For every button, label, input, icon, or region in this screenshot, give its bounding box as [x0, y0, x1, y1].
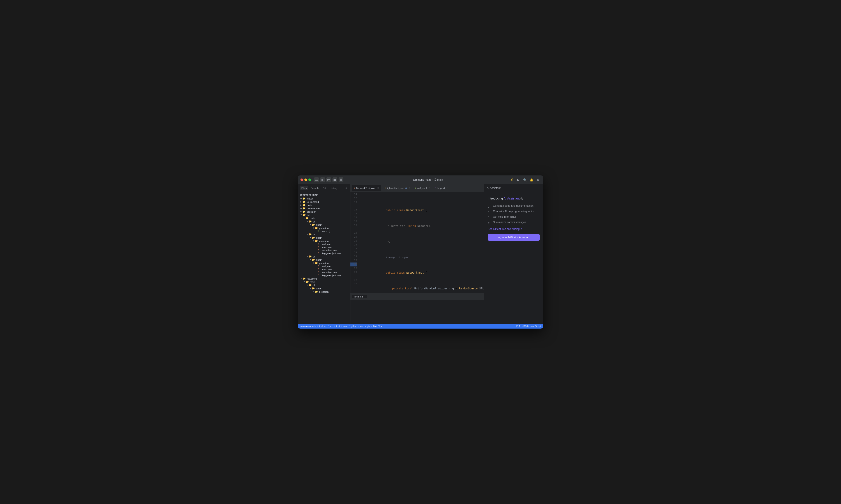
svg-rect-1	[315, 180, 318, 180]
tab-close-button[interactable]: ×	[446, 186, 449, 190]
tree-item-main[interactable]: 📂 main	[298, 217, 350, 220]
run-icon[interactable]: ▶	[516, 177, 521, 182]
line-num: 19	[350, 231, 357, 235]
tree-item-taggerobject-java1[interactable]: J taggerobject.java	[298, 252, 350, 255]
grid-icon[interactable]	[332, 177, 337, 182]
code-area[interactable]: 14 12 13 14 15 16 17 18 19 20	[350, 192, 484, 293]
tab-close-button[interactable]: ×	[428, 186, 431, 190]
maximize-button[interactable]	[308, 179, 311, 181]
tree-item-jsitter[interactable]: 📁 jsitter	[298, 197, 350, 200]
tree-item-map-java2[interactable]: J map.java	[298, 268, 350, 271]
terminal-tab-close[interactable]: ×	[364, 295, 365, 298]
settings-icon[interactable]: ⚙	[536, 177, 540, 182]
statusbar-path-maintest[interactable]: MainTest	[373, 325, 382, 327]
tree-label: noria	[307, 204, 350, 206]
tree-item-pressian2[interactable]: 📂 pressian	[298, 239, 350, 242]
tree-item-onair3[interactable]: 📂 onair	[298, 258, 350, 262]
folder-icon: 📁	[315, 290, 319, 293]
tree-item-pressian3[interactable]: 📂 pressian	[298, 262, 350, 265]
statusbar: commons-math / toolbox / src / test / co…	[298, 324, 543, 328]
tree-item-main2[interactable]: 📂 main	[298, 280, 350, 284]
tree-item-coll-java1[interactable]: J coll.java	[298, 242, 350, 246]
statusbar-position[interactable]: 18:1	[516, 325, 520, 327]
tree-item-serializer-java1[interactable]: J serializer.java	[298, 249, 350, 252]
tree-item-clj2[interactable]: 📂 clj	[298, 233, 350, 236]
tree-item-taggerobject-java2[interactable]: J taggerobject.java	[298, 274, 350, 277]
tree-item-src[interactable]: 📂 src	[298, 213, 350, 217]
tree-item-pressian[interactable]: 📁 pressian	[298, 210, 350, 213]
java-icon: J	[318, 265, 322, 268]
tree-item-map-java1[interactable]: J map.java	[298, 246, 350, 249]
user-icon[interactable]	[339, 177, 343, 182]
statusbar-path-alexaegis[interactable]: alexaegis	[360, 325, 370, 327]
terminal-add-button[interactable]: +	[368, 295, 372, 299]
svg-point-11	[340, 179, 342, 180]
ai-feature-list: {} Generate code and documentation ≡ Cha…	[488, 204, 539, 224]
svg-rect-4	[323, 179, 324, 181]
statusbar-filetype[interactable]: JavaScript	[530, 325, 541, 327]
tree-item-preferences[interactable]: 📁 preferences	[298, 207, 350, 210]
tree-item-onair4[interactable]: 📂 onair	[298, 287, 350, 290]
terminal-tab[interactable]: Terminal ×	[352, 295, 367, 299]
file-tree: 📁 jsitter 📁 leFrontend 📁 noria	[298, 196, 350, 324]
tree-item-coll-java2[interactable]: J coll.java	[298, 265, 350, 268]
tree-item-noria[interactable]: 📁 noria	[298, 203, 350, 207]
tab-history[interactable]: History	[328, 186, 339, 190]
lightning-icon[interactable]: ⚡	[510, 177, 514, 182]
statusbar-path-commons-math[interactable]: commons-math	[300, 325, 316, 327]
see-all-features-link[interactable]: See all features and pricing ↗	[488, 228, 539, 231]
tab-close-button[interactable]: ×	[377, 186, 380, 190]
tab-asf-yaml[interactable]: Y asf.yaml ×	[413, 185, 433, 191]
tab-Impl-kt[interactable]: K Impl.kt ×	[433, 185, 451, 191]
tab-label: light-edited.json	[387, 187, 405, 190]
branch-indicator[interactable]: main	[434, 178, 443, 181]
tree-label: clj	[313, 284, 350, 287]
tab-close-button[interactable]: ×	[408, 186, 411, 190]
tab-NetworkTest-java[interactable]: J NetworkTest.java ×	[352, 185, 381, 191]
folder-arrow	[306, 220, 309, 222]
statusbar-path-test[interactable]: test	[336, 325, 340, 327]
terminal-body[interactable]	[350, 300, 484, 324]
tree-item-leFrontend[interactable]: 📁 leFrontend	[298, 200, 350, 203]
tree-item-core-clj[interactable]: λ core.clj	[298, 230, 350, 233]
tab-search[interactable]: Search	[309, 186, 320, 190]
folder-arrow	[309, 259, 312, 261]
line-num: 31	[350, 282, 357, 286]
tree-item-fsd-client[interactable]: 📂 fsd.client	[298, 277, 350, 280]
code-content: 14 12 13 14 15 16 17 18 19 20	[350, 192, 484, 293]
add-tab-button[interactable]: +	[344, 186, 348, 190]
code-line: public class NetworkTest { 3 ⋯	[360, 204, 484, 208]
tree-item-onair2[interactable]: 📂 onair	[298, 236, 350, 239]
code-editor: 14 12 13 14 15 16 17 18 19 20	[350, 192, 484, 324]
tree-item-serializer-java2[interactable]: J serializer.java	[298, 271, 350, 274]
close-button[interactable]	[301, 179, 303, 181]
editor-area: J NetworkTest.java × { } light-edited.js…	[350, 184, 484, 324]
tree-item-pressian1[interactable]: 📂 pressian	[298, 227, 350, 230]
statusbar-path-com[interactable]: com	[343, 325, 347, 327]
search-icon[interactable]: 🔍	[522, 177, 527, 182]
split-v-icon[interactable]	[326, 177, 331, 182]
tree-item-pressian4[interactable]: 📁 pressian	[298, 290, 350, 293]
java-icon: J	[318, 274, 322, 277]
login-button[interactable]: Log in to JetBrains Account...	[488, 234, 539, 241]
tree-item-clj4[interactable]: 📂 clj	[298, 284, 350, 287]
tree-item-onair1[interactable]: 📂 onair	[298, 223, 350, 227]
tree-label: map.java	[322, 268, 350, 271]
split-h-icon[interactable]	[320, 177, 325, 182]
statusbar-path-src[interactable]: src	[330, 325, 333, 327]
ai-feature-text: Summarize commit changes	[493, 221, 526, 224]
tab-light-edited-json[interactable]: { } light-edited.json ×	[382, 185, 413, 191]
tree-item-clj3[interactable]: 📂 clj	[298, 255, 350, 258]
statusbar-path-toolbox[interactable]: toolbox	[319, 325, 327, 327]
statusbar-sep: /	[334, 325, 335, 327]
bell-icon[interactable]: 🔔	[529, 177, 534, 182]
folder-icon: 📁	[303, 204, 306, 206]
tab-git[interactable]: Git	[321, 186, 328, 190]
statusbar-encoding[interactable]: UTF-8	[522, 325, 529, 327]
tab-files[interactable]: Files	[299, 186, 308, 190]
folder-arrow	[303, 281, 306, 283]
sidebar-toggle-icon[interactable]	[314, 177, 319, 182]
statusbar-path-github[interactable]: github	[351, 325, 357, 327]
minimize-button[interactable]	[305, 179, 307, 181]
tree-item-clj1[interactable]: 📂 clj	[298, 220, 350, 223]
